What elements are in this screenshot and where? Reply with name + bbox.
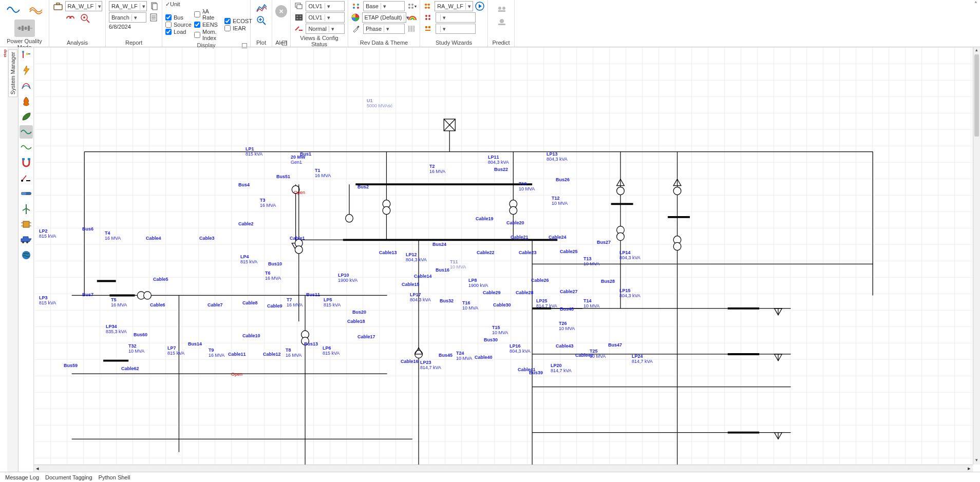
node-Cable16[interactable]: Cable16 [401,359,419,364]
node-LP10[interactable]: LP101900 kVA [338,273,357,283]
document-icon[interactable] [148,12,159,23]
node-Bus30[interactable]: Bus30 [484,338,498,343]
node-Cable30[interactable]: Cable30 [493,303,511,308]
tool-windturbine-icon[interactable] [20,202,33,216]
status-message-log[interactable]: Message Log [5,474,39,480]
tool-fire-icon[interactable] [20,94,33,108]
alert-launcher-icon[interactable] [282,41,287,46]
display-unit-label[interactable]: Unit [170,1,180,7]
chk-ecost[interactable] [224,18,231,24]
wiz-case-combo[interactable]: RA_W_LF▾ [435,1,473,11]
tool-lightning-icon[interactable] [20,64,33,77]
node-Cable25[interactable]: Cable25 [560,249,578,255]
node-Cable28[interactable]: Cable28 [516,291,534,296]
tool-wave-green-icon[interactable] [20,141,33,154]
node-LP14[interactable]: LP14804,3 kVA [619,250,640,261]
node-LP5[interactable]: LP5815 kVA [324,298,341,308]
node-Cable6[interactable]: Cable6 [150,303,165,308]
tool-branch-icon[interactable] [20,48,33,62]
views-config-combo[interactable]: Normal▾ [306,24,345,34]
chk-bus[interactable] [165,14,172,21]
node-Cable29[interactable]: Cable29 [483,291,501,296]
status-doc-tagging[interactable]: Document Tagging [45,474,92,480]
node-Cable13[interactable]: Cable13 [379,250,397,256]
search-target-icon[interactable] [80,13,90,24]
wiz-combo2[interactable]: ▾ [436,12,476,23]
node-LP15[interactable]: LP15804,3 kVA [619,288,640,299]
analysis-case-combo[interactable]: RA_W_LF▾ [65,1,102,11]
node-Bus16[interactable]: Bus16 [436,268,449,273]
tool-magnet-icon[interactable] [20,156,33,169]
node-Cable7[interactable]: Cable7 [208,303,223,308]
ribbon-collapse-icon[interactable]: ˄ [972,0,980,47]
vscroll-thumb[interactable] [974,54,979,137]
waveform-blue-icon[interactable] [3,1,24,18]
barcode-icon[interactable] [407,24,417,34]
node-Cable18[interactable]: Cable18 [347,319,365,324]
node-Bus6[interactable]: Bus6 [82,227,93,232]
report-case-combo[interactable]: RA_W_LF▾ [109,1,147,11]
node-T26[interactable]: T2610 MVA [559,321,575,332]
chk-iear[interactable] [224,25,231,31]
scroll-down-icon[interactable]: ▾ [973,457,980,465]
node-Cable3[interactable]: Cable3 [199,236,215,241]
wiz2-icon[interactable] [423,12,434,23]
tab-system-manager[interactable]: System Manager [8,49,17,97]
node-Bus7[interactable]: Bus7 [82,293,93,298]
node-T6[interactable]: T616 MVA [265,271,281,281]
switch-open-1[interactable]: Open [294,190,305,195]
node-Cable4[interactable]: Cable4 [146,236,161,241]
node-Cable2[interactable]: Cable2 [238,222,254,227]
node-T24[interactable]: T2410 MVA [456,351,472,361]
status-python-shell[interactable]: Python Shell [99,474,130,480]
node-LP13[interactable]: LP13804,3 kVA [546,152,568,162]
node-LP20[interactable]: LP20814,7 kVA [551,363,572,374]
waveform-orange-icon[interactable] [26,1,46,18]
node-Bus51[interactable]: Bus51 [276,175,290,180]
switch-open-2[interactable]: Open [231,372,242,377]
link-red-icon[interactable] [65,13,75,24]
node-LP4[interactable]: LP4815 kVA [240,255,257,265]
one-line-diagram[interactable]: U15000 MVAsc Bus1 Bus2 Bus51 20 MWGen1 O… [34,47,980,472]
node-Bus48[interactable]: Bus48 [560,307,574,312]
chk-mom[interactable] [194,32,200,38]
node-Bus14[interactable]: Bus14 [188,342,202,347]
node-LP11[interactable]: LP11804,3 kVA [488,155,509,165]
tool-busbar-icon[interactable] [20,187,33,200]
node-U1[interactable]: U15000 MVAsc [367,99,392,109]
wiz1-icon[interactable] [423,1,432,11]
node-LP12[interactable]: LP12804,3 kVA [406,253,427,263]
node-Bus27[interactable]: Bus27 [597,240,611,245]
tool-curves-icon[interactable] [20,79,33,92]
node-Cable17[interactable]: Cable17 [357,335,375,340]
node-Cable1[interactable]: Cable1 [290,236,305,241]
node-Gen1[interactable]: 20 MWGen1 [291,155,306,165]
node-Bus20[interactable]: Bus20 [352,310,366,315]
node-Bus39[interactable]: Bus39 [529,371,543,376]
node-T9[interactable]: T916 MVA [209,348,224,358]
tool-switch-icon[interactable] [20,171,33,185]
zoom-plus-icon[interactable] [256,15,267,26]
node-T13[interactable]: T1310 MVA [583,257,599,267]
node-LP6[interactable]: LP6815 kVA [323,346,340,356]
canvas-area[interactable]: U15000 MVAsc Bus1 Bus2 Bus51 20 MWGen1 O… [34,47,980,472]
scroll-right-icon[interactable]: ▸ [966,465,973,472]
node-Bus59[interactable]: Bus59 [64,363,78,369]
node-Bus2[interactable]: Bus2 [357,185,369,190]
node-Bus24[interactable]: Bus24 [432,242,446,247]
node-Cable11[interactable]: Cable11 [228,352,246,357]
node-LP17[interactable]: LP17804,3 kVA [410,293,431,303]
plot-icon[interactable] [256,3,267,13]
chk-eens[interactable] [194,22,200,28]
node-LP16[interactable]: LP16804,3 kVA [510,344,531,354]
horizontal-scrollbar[interactable]: ◂ ▸ [34,465,973,472]
node-T10[interactable]: T1010 MVA [519,182,535,192]
node-LP24[interactable]: LP24814,7 kVA [632,354,653,364]
node-Bus47[interactable]: Bus47 [608,343,622,348]
node-LP2[interactable]: LP2815 kVA [39,229,56,239]
node-Bus45[interactable]: Bus45 [439,353,453,358]
node-LP3[interactable]: LP3815 kVA [39,296,56,306]
node-LP34[interactable]: LP34835,3 kVA [106,324,127,335]
node-LP7[interactable]: LP7815 kVA [167,346,184,356]
node-Cable20[interactable]: Cable20 [506,221,524,226]
